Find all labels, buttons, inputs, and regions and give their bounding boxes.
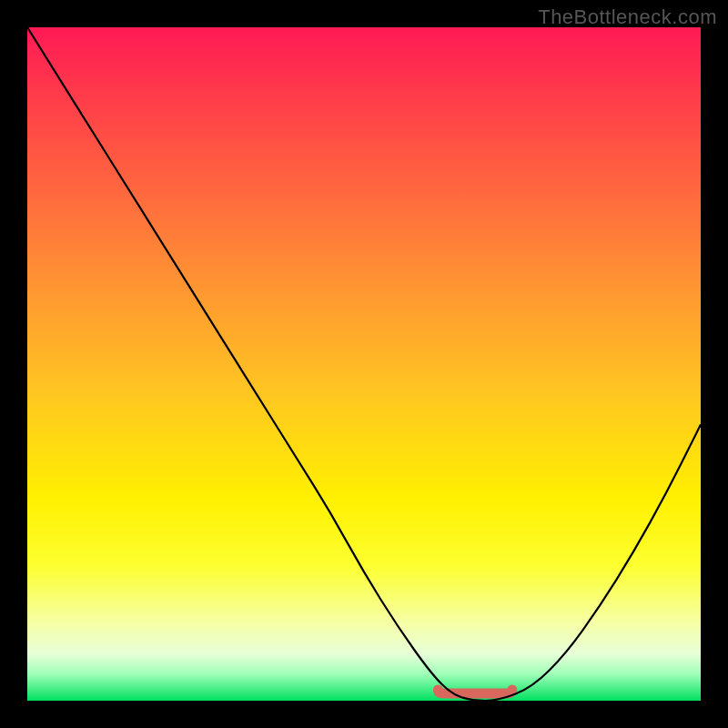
chart-plot-area (27, 27, 701, 701)
chart-svg (27, 27, 701, 701)
watermark-text: TheBottleneck.com (538, 5, 717, 29)
bottleneck-curve-line (27, 27, 701, 701)
